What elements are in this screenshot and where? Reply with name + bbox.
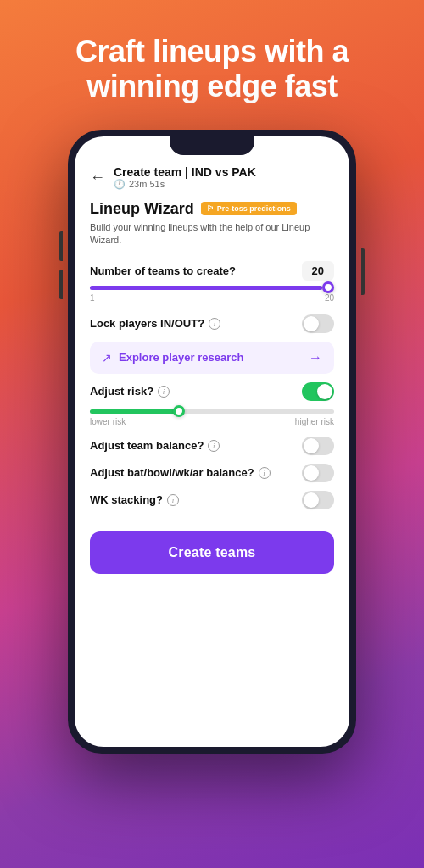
back-button[interactable]: ←: [90, 169, 105, 186]
header-title: Create team | IND vs PAK: [114, 165, 256, 179]
slider-min: 1: [90, 293, 95, 303]
trend-icon: ↗: [102, 351, 112, 364]
adjust-bat-bowl-toggle[interactable]: [302, 464, 334, 482]
wk-stacking-label-group: WK stacking? i: [90, 493, 179, 506]
wk-stacking-row: WK stacking? i: [90, 491, 334, 509]
teams-slider[interactable]: [90, 286, 334, 290]
risk-track: [90, 409, 334, 414]
time-value: 23m 51s: [129, 179, 165, 189]
adjust-risk-label-group: Adjust risk? i: [90, 385, 170, 398]
adjust-risk-label: Adjust risk?: [90, 385, 153, 398]
risk-label-high: higher risk: [295, 417, 334, 426]
adjust-bat-bowl-label-group: Adjust bat/bowl/wk/ar balance? i: [90, 466, 271, 479]
header-time: 🕐 23m 51s: [114, 179, 256, 190]
adjust-risk-row: Adjust risk? i: [90, 382, 334, 401]
explore-arrow-icon: →: [309, 350, 322, 365]
num-teams-row: Number of teams to create? 20: [90, 261, 334, 281]
phone-button-power: [361, 248, 365, 295]
adjust-risk-info-icon[interactable]: i: [158, 386, 170, 398]
num-teams-label: Number of teams to create?: [90, 264, 236, 277]
risk-thumb: [173, 405, 185, 417]
lock-players-label-group: Lock players IN/OUT? i: [90, 317, 220, 330]
adjust-bat-bowl-label: Adjust bat/bowl/wk/ar balance?: [90, 466, 254, 479]
hero-title: Craft lineups with a winning edge fast: [0, 0, 424, 130]
app-content: ← Create team | IND vs PAK 🕐 23m 51s Lin…: [75, 155, 349, 591]
wk-stacking-label: WK stacking?: [90, 493, 163, 506]
app-header: ← Create team | IND vs PAK 🕐 23m 51s: [90, 165, 334, 190]
slider-thumb: [322, 281, 334, 293]
clock-icon: 🕐: [114, 179, 126, 190]
adjust-bat-bowl-info-icon[interactable]: i: [259, 467, 271, 479]
adjust-team-balance-toggle[interactable]: [302, 437, 334, 455]
lock-players-toggle[interactable]: [302, 314, 334, 333]
slider-fill: [90, 286, 322, 290]
badge-text: Pre-toss predictions: [217, 204, 291, 213]
slider-labels: 1 20: [90, 293, 334, 303]
phone-mockup: ← Create team | IND vs PAK 🕐 23m 51s Lin…: [68, 130, 356, 754]
wizard-description: Build your winning lineups with the help…: [90, 221, 334, 248]
adjust-team-balance-label-group: Adjust team balance? i: [90, 439, 220, 452]
explore-text: Explore player research: [119, 351, 243, 364]
risk-slider[interactable]: [90, 409, 334, 414]
create-teams-button[interactable]: Create teams: [90, 531, 334, 574]
slider-track: [90, 286, 334, 290]
adjust-bat-bowl-row: Adjust bat/bowl/wk/ar balance? i: [90, 464, 334, 482]
adjust-team-balance-row: Adjust team balance? i: [90, 437, 334, 455]
lock-players-info-icon[interactable]: i: [209, 318, 220, 330]
slider-max: 20: [325, 293, 334, 303]
wk-stacking-info-icon[interactable]: i: [167, 494, 179, 506]
phone-screen: ← Create team | IND vs PAK 🕐 23m 51s Lin…: [75, 136, 349, 747]
risk-label-low: lower risk: [90, 417, 126, 426]
risk-labels: lower risk higher risk: [90, 417, 334, 426]
badge-icon: 🏳: [207, 204, 215, 213]
num-teams-value: 20: [302, 261, 334, 281]
pre-toss-badge: 🏳 Pre-toss predictions: [201, 202, 297, 215]
wk-stacking-toggle[interactable]: [302, 491, 334, 509]
phone-notch: [170, 136, 254, 155]
phone-button-volume-up: [59, 231, 63, 261]
phone-button-volume-down: [59, 270, 63, 299]
risk-fill: [90, 409, 182, 414]
adjust-team-balance-label: Adjust team balance?: [90, 439, 204, 452]
wizard-title: Lineup Wizard: [90, 200, 194, 218]
adjust-risk-toggle[interactable]: [302, 382, 334, 401]
adjust-team-balance-info-icon[interactable]: i: [208, 440, 220, 452]
lock-players-label: Lock players IN/OUT?: [90, 317, 204, 330]
header-info: Create team | IND vs PAK 🕐 23m 51s: [114, 165, 256, 190]
wizard-heading: Lineup Wizard 🏳 Pre-toss predictions: [90, 200, 334, 218]
lock-players-row: Lock players IN/OUT? i: [90, 314, 334, 333]
explore-player-research-row[interactable]: ↗ Explore player research →: [90, 342, 334, 374]
explore-left: ↗ Explore player research: [102, 351, 243, 364]
